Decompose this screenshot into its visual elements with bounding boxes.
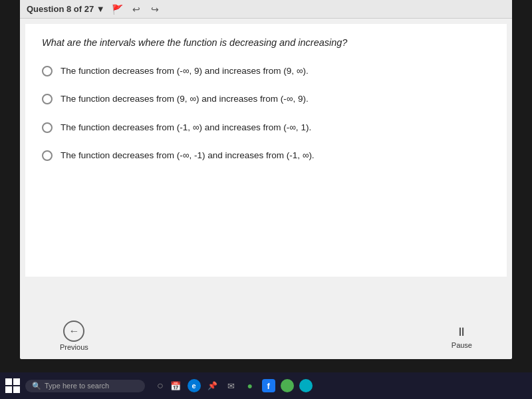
taskbar-pin-icon[interactable]: 📌 (206, 379, 219, 392)
redo-icon[interactable]: ↪ (148, 2, 162, 17)
search-input[interactable]: Type here to search (45, 382, 109, 390)
taskbar-chrome-icon[interactable]: ● (243, 379, 257, 392)
taskbar-calendar-icon[interactable]: 📅 (169, 379, 182, 392)
taskbar-icons: ○ 📅 e 📌 ✉ ● f (157, 379, 313, 392)
option-b-text: The function decreases from (9, ∞) and i… (61, 92, 309, 106)
pause-label: Pause (452, 341, 472, 349)
option-d-text: The function decreases from (-∞, -1) and… (61, 149, 315, 162)
search-icon: 🔍 (32, 382, 41, 390)
main-content: What are the intervals where the functio… (25, 24, 507, 277)
top-bar: Question 8 of 27 ▼ 🚩 ↩ ↪ (20, 0, 512, 19)
option-a-text: The function decreases from (-∞, 9) and … (61, 65, 309, 78)
option-c-text: The function decreases from (-1, ∞) and … (61, 121, 311, 134)
taskbar-teal-icon[interactable] (299, 379, 313, 392)
taskbar-edge-icon[interactable]: e (188, 379, 201, 392)
option-d[interactable]: The function decreases from (-∞, -1) and… (42, 149, 490, 162)
taskbar: 🔍 Type here to search ○ 📅 e 📌 ✉ ● f (0, 372, 532, 399)
previous-icon: ← (63, 321, 84, 342)
search-bar[interactable]: 🔍 Type here to search (25, 380, 145, 392)
previous-label: Previous (60, 343, 88, 351)
pause-icon: ⏸ (452, 323, 471, 341)
taskbar-circle-icon: ○ (157, 380, 164, 392)
radio-b[interactable] (42, 94, 53, 104)
top-bar-icons: 🚩 ↩ ↪ (110, 2, 162, 17)
screen: Question 8 of 27 ▼ 🚩 ↩ ↪ What are the in… (20, 0, 512, 359)
taskbar-green-icon[interactable] (281, 379, 294, 392)
bottom-nav: ← Previous ⏸ Pause (40, 319, 492, 352)
option-b[interactable]: The function decreases from (9, ∞) and i… (42, 92, 490, 106)
radio-a[interactable] (42, 66, 53, 76)
taskbar-facebook-icon[interactable]: f (262, 379, 275, 392)
previous-button[interactable]: ← Previous (60, 321, 88, 351)
undo-icon[interactable]: ↩ (129, 2, 144, 17)
radio-d[interactable] (42, 150, 53, 161)
question-label: Question 8 of 27 ▼ (27, 4, 105, 14)
options-list: The function decreases from (-∞, 9) and … (42, 65, 490, 162)
pause-button[interactable]: ⏸ Pause (452, 323, 472, 349)
option-c[interactable]: The function decreases from (-1, ∞) and … (42, 121, 490, 134)
flag-icon[interactable]: 🚩 (110, 2, 125, 17)
windows-button[interactable] (5, 378, 20, 393)
main-question: What are the intervals where the functio… (42, 37, 490, 48)
taskbar-mail-icon[interactable]: ✉ (225, 379, 238, 392)
radio-c[interactable] (42, 122, 53, 133)
option-a[interactable]: The function decreases from (-∞, 9) and … (42, 65, 490, 78)
